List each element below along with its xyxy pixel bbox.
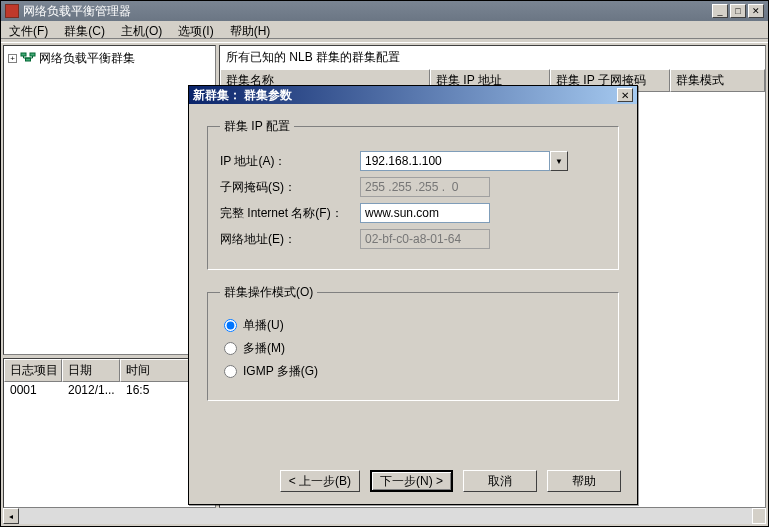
radio-unicast[interactable]	[224, 319, 237, 332]
group-mode-legend: 群集操作模式(O)	[220, 284, 317, 301]
group-mode: 群集操作模式(O) 单播(U) 多播(M) IGMP 多播(G)	[207, 284, 619, 401]
radio-unicast-label: 单播(U)	[243, 317, 284, 334]
mask-label: 子网掩码(S)：	[220, 179, 360, 196]
maximize-button[interactable]: □	[730, 4, 746, 18]
dialog-titlebar: 新群集： 群集参数 ✕	[189, 86, 637, 104]
radio-igmp-row[interactable]: IGMP 多播(G)	[224, 363, 606, 380]
scroll-left-icon[interactable]: ◂	[3, 508, 19, 524]
radio-igmp[interactable]	[224, 365, 237, 378]
log-row[interactable]: 0001 2012/1... 16:5	[4, 382, 215, 398]
right-pane-heading: 所有已知的 NLB 群集的群集配置	[220, 46, 765, 69]
menu-host[interactable]: 主机(O)	[113, 21, 170, 38]
fqdn-label: 完整 Internet 名称(F)：	[220, 205, 360, 222]
mac-label: 网络地址(E)：	[220, 231, 360, 248]
radio-unicast-row[interactable]: 单播(U)	[224, 317, 606, 334]
tree-panel: + 网络负载平衡群集	[3, 45, 216, 355]
radio-multicast[interactable]	[224, 342, 237, 355]
mask-input	[360, 177, 490, 197]
log-cell-item: 0001	[5, 382, 63, 398]
col-mode[interactable]: 群集模式	[670, 69, 765, 92]
help-button[interactable]: 帮助	[547, 470, 621, 492]
ip-input[interactable]	[360, 151, 550, 171]
cancel-button[interactable]: 取消	[463, 470, 537, 492]
group-ip-config: 群集 IP 配置 IP 地址(A)： ▼ 子网掩码(S)： 完整 Interne…	[207, 118, 619, 270]
back-button[interactable]: < 上一步(B)	[280, 470, 360, 492]
expand-icon[interactable]: +	[8, 54, 17, 63]
menu-help[interactable]: 帮助(H)	[222, 21, 279, 38]
log-panel: 日志项目 日期 时间 0001 2012/1... 16:5	[3, 358, 216, 508]
h-scrollbar[interactable]: ◂	[3, 508, 766, 524]
menu-file[interactable]: 文件(F)	[1, 21, 56, 38]
log-col-date[interactable]: 日期	[62, 359, 120, 382]
log-cell-date: 2012/1...	[63, 382, 121, 398]
tree-root-label: 网络负载平衡群集	[39, 50, 135, 67]
ip-label: IP 地址(A)：	[220, 153, 360, 170]
menu-cluster[interactable]: 群集(C)	[56, 21, 113, 38]
log-col-item[interactable]: 日志项目	[4, 359, 62, 382]
window-title: 网络负载平衡管理器	[23, 3, 712, 20]
fqdn-input[interactable]	[360, 203, 490, 223]
next-button[interactable]: 下一步(N) >	[370, 470, 453, 492]
radio-igmp-label: IGMP 多播(G)	[243, 363, 318, 380]
mac-input	[360, 229, 490, 249]
radio-multicast-label: 多播(M)	[243, 340, 285, 357]
titlebar: 网络负载平衡管理器 _ □ ✕	[1, 1, 768, 21]
dialog-close-button[interactable]: ✕	[617, 88, 633, 102]
cluster-icon	[20, 51, 36, 66]
chevron-down-icon[interactable]: ▼	[550, 151, 568, 171]
resize-grip[interactable]	[752, 508, 766, 524]
app-icon	[5, 4, 19, 18]
menubar: 文件(F) 群集(C) 主机(O) 选项(I) 帮助(H)	[1, 21, 768, 39]
dialog-title: 新群集： 群集参数	[193, 87, 617, 104]
svg-rect-0	[21, 53, 26, 56]
minimize-button[interactable]: _	[712, 4, 728, 18]
group-ip-legend: 群集 IP 配置	[220, 118, 294, 135]
menu-options[interactable]: 选项(I)	[170, 21, 221, 38]
radio-multicast-row[interactable]: 多播(M)	[224, 340, 606, 357]
tree-root-row[interactable]: + 网络负载平衡群集	[8, 50, 211, 67]
svg-rect-1	[30, 53, 35, 56]
close-button[interactable]: ✕	[748, 4, 764, 18]
dialog-cluster-params: 新群集： 群集参数 ✕ 群集 IP 配置 IP 地址(A)： ▼ 子网掩码(S)…	[188, 85, 638, 505]
